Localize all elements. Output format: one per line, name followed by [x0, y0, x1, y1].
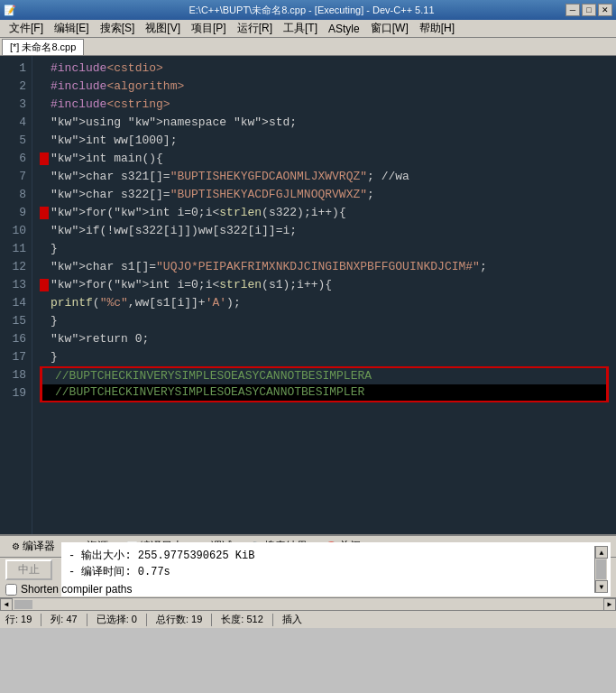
code-line-1[interactable]: #include<cstdio> [40, 60, 609, 78]
code-content-18: //BUPTCHECKINVERYSIMPLESOEASYCANNOTBESIM… [55, 367, 372, 385]
line-num-17: 17 [5, 348, 26, 366]
h-scroll-thumb[interactable] [14, 600, 32, 609]
menu-item-AStyle[interactable]: AStyle [323, 22, 365, 36]
code-line-5[interactable]: "kw">int ww[1000]; [40, 132, 609, 150]
line-num-13: 13 [5, 276, 26, 294]
line-num-8: 8 [5, 186, 26, 204]
line-num-7: 7 [5, 168, 26, 186]
output-area: - 输出大小: 255.9775390625 KiB- 编译时间: 0.77s … [61, 542, 611, 596]
shorten-paths-checkbox[interactable] [5, 584, 17, 596]
stop-button[interactable]: 中止 [5, 559, 52, 580]
code-line-11[interactable]: } [40, 240, 609, 258]
breakpoint-6 [40, 152, 49, 165]
menu-item-W[interactable]: 窗口[W] [365, 20, 414, 37]
code-line-14[interactable]: printf("%c",ww[s1[i]]+'A'); [40, 294, 609, 312]
selected-indicator: 已选择: 0 [97, 613, 137, 626]
code-content-7: "kw">char s321[]="BUPTISHEKYGFDCAONMLJXW… [51, 168, 409, 186]
line-num-10: 10 [5, 222, 26, 240]
code-line-18[interactable]: //BUPTCHECKINVERYSIMPLESOEASYCANNOTBESIM… [40, 366, 609, 384]
code-content-1: #include<cstdio> [51, 60, 163, 78]
line-num-19: 19 [5, 384, 26, 402]
scroll-right-arrow[interactable]: ▶ [603, 598, 616, 611]
maximize-button[interactable]: □ [582, 4, 596, 16]
code-line-17[interactable]: } [40, 348, 609, 366]
divider3 [146, 614, 147, 626]
output-line: - 编译时间: 0.77s [69, 564, 591, 580]
code-line-19[interactable]: //BUPTCHECKINVERYSIMPLESOEASYCANNOTBESIM… [40, 384, 609, 402]
code-content-10: "kw">if(!ww[s322[i]])ww[s322[i]]=i; [51, 222, 297, 240]
row-indicator: 行: 19 [5, 613, 32, 626]
line-num-11: 11 [5, 240, 26, 258]
code-line-8[interactable]: "kw">char s322[]="BUPTISHEKYACDFGJLMNOQR… [40, 186, 609, 204]
breakpoint-9 [40, 207, 49, 219]
bottom-panel: ⚙编译器📁资源📊编译日志✓调试🔍搜索结果🔴关闭 中止 - 输出大小: 255.9… [0, 534, 616, 610]
scroll-left-arrow[interactable]: ◀ [0, 598, 13, 611]
output-text: - 输出大小: 255.9775390625 KiB- 编译时间: 0.77s [65, 546, 594, 593]
code-content-6: "kw">int main(){ [51, 150, 163, 168]
scroll-down-arrow[interactable]: ▼ [595, 580, 608, 593]
scroll-thumb[interactable] [596, 559, 606, 579]
divider2 [87, 614, 87, 626]
status-bar: 行: 19 列: 47 已选择: 0 总行数: 19 长度: 512 插入 [0, 610, 616, 628]
code-line-4[interactable]: "kw">using "kw">namespace "kw">std; [40, 114, 609, 132]
line-num-6: 6 [5, 150, 26, 168]
menu-item-P[interactable]: 项目[P] [186, 20, 232, 37]
code-editor[interactable]: 12345678910111213141516171819 #include<c… [0, 56, 616, 534]
tab-icon: ⚙ [12, 541, 20, 551]
code-line-13[interactable]: "kw">for("kw">int i=0;i<strlen(s1);i++){ [40, 276, 609, 294]
menu-item-F[interactable]: 文件[F] [4, 20, 49, 37]
code-line-9[interactable]: "kw">for("kw">int i=0;i<strlen(s322);i++… [40, 204, 609, 222]
code-content-12: "kw">char s1[]="UQJO*PEIPAKFRIMXNKDJCING… [51, 258, 487, 276]
output-line: - 输出大小: 255.9775390625 KiB [69, 548, 591, 564]
code-area[interactable]: #include<cstdio>#include<algorithm>#incl… [32, 56, 616, 534]
minimize-button[interactable]: ─ [565, 4, 580, 16]
code-content-3: #include<cstring> [51, 96, 170, 114]
shorten-paths-label: Shorten compiler paths [21, 583, 132, 596]
code-content-14: printf("%c",ww[s1[i]]+'A'); [51, 294, 241, 312]
code-line-6[interactable]: "kw">int main(){ [40, 150, 609, 168]
divider4 [211, 614, 212, 626]
line-num-12: 12 [5, 258, 26, 276]
close-button[interactable]: ✕ [598, 4, 612, 16]
code-line-7[interactable]: "kw">char s321[]="BUPTISHEKYGFDCAONMLJXW… [40, 168, 609, 186]
line-num-3: 3 [5, 96, 26, 114]
code-line-15[interactable]: } [40, 312, 609, 330]
tab-bar: [*] 未命名8.cpp [0, 38, 616, 56]
line-num-2: 2 [5, 78, 26, 96]
menu-item-T[interactable]: 工具[T] [278, 20, 323, 37]
bottom-tab-编译器[interactable]: ⚙编译器 [4, 536, 63, 557]
menu-item-S[interactable]: 搜索[S] [95, 20, 141, 37]
menu-item-H[interactable]: 帮助[H] [414, 20, 460, 37]
code-line-16[interactable]: "kw">return 0; [40, 330, 609, 348]
horizontal-scrollbar[interactable]: ◀ ▶ [0, 597, 616, 610]
code-content-17: } [51, 348, 58, 366]
code-content-9: "kw">for("kw">int i=0;i<strlen(s322);i++… [51, 204, 346, 222]
line-num-1: 1 [5, 60, 26, 78]
divider5 [272, 614, 273, 626]
line-numbers: 12345678910111213141516171819 [0, 56, 32, 534]
menu-item-R[interactable]: 运行[R] [232, 20, 278, 37]
menu-item-V[interactable]: 视图[V] [140, 20, 186, 37]
code-content-11: } [51, 240, 58, 258]
code-line-3[interactable]: #include<cstring> [40, 96, 609, 114]
output-scrollbar[interactable]: ▲ ▼ [594, 546, 607, 593]
code-line-10[interactable]: "kw">if(!ww[s322[i]])ww[s322[i]]=i; [40, 222, 609, 240]
divider1 [41, 614, 41, 626]
tab-label: 编译器 [23, 539, 55, 554]
code-line-12[interactable]: "kw">char s1[]="UQJO*PEIPAKFRIMXNKDJCING… [40, 258, 609, 276]
line-num-9: 9 [5, 204, 26, 222]
code-line-2[interactable]: #include<algorithm> [40, 78, 609, 96]
menu-bar: 文件[F]编辑[E]搜索[S]视图[V]项目[P]运行[R]工具[T]AStyl… [0, 20, 616, 38]
code-content-16: "kw">return 0; [51, 330, 149, 348]
code-content-4: "kw">using "kw">namespace "kw">std; [51, 114, 297, 132]
h-scroll-track [34, 600, 603, 609]
scroll-up-arrow[interactable]: ▲ [595, 546, 608, 559]
editor-tab[interactable]: [*] 未命名8.cpp [2, 39, 84, 55]
insert-mode-indicator: 插入 [282, 613, 302, 626]
menu-item-E[interactable]: 编辑[E] [49, 20, 95, 37]
code-content-15: } [51, 312, 58, 330]
length-indicator: 长度: 512 [221, 613, 262, 626]
line-num-16: 16 [5, 330, 26, 348]
code-content-8: "kw">char s322[]="BUPTISHEKYACDFGJLMNOQR… [51, 186, 374, 204]
window-controls: ─ □ ✕ [565, 4, 612, 16]
